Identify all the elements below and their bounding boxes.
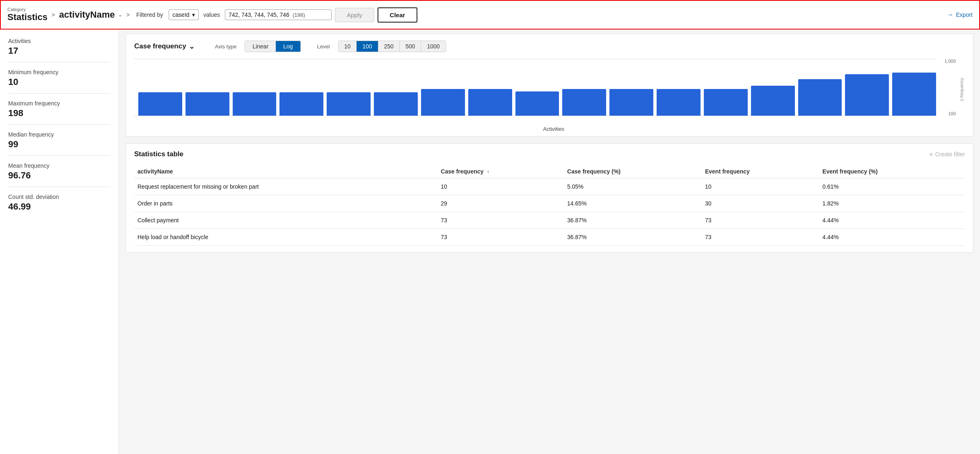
level-btn-10[interactable]: 10: [339, 41, 357, 52]
axis-type-buttons: Linear Log: [245, 41, 300, 52]
activity-name-breadcrumb[interactable]: activityName: [59, 9, 115, 20]
chart-bar: [185, 92, 229, 116]
col-activity-name[interactable]: activityName: [134, 165, 441, 178]
sort-arrow-case-freq: ↑: [487, 169, 489, 175]
cell-event-freq-pct: 0.61%: [822, 178, 965, 195]
filter-dropdown-icon: ▾: [192, 11, 195, 18]
level-btn-250[interactable]: 250: [378, 41, 400, 52]
stat-activities-label: Activities: [8, 38, 110, 44]
chart-header: Case frequency ⌄ Axis type Linear Log Le…: [134, 41, 965, 52]
content-area: Case frequency ⌄ Axis type Linear Log Le…: [119, 30, 980, 454]
filter-count: (198): [293, 12, 305, 18]
export-arrow-icon: →: [947, 11, 954, 18]
stats-table: activityName Case frequency ↑ Case frequ…: [134, 165, 965, 246]
col-event-freq[interactable]: Event frequency: [705, 165, 822, 178]
stat-median-freq: Median frequency 99: [8, 131, 110, 156]
export-section: → Export: [947, 11, 973, 18]
stat-std-dev: Count std. deviation 46.99: [8, 194, 110, 218]
filter-values-text: 742, 743, 744, 745, 746: [229, 11, 289, 18]
stat-std-dev-value: 46.99: [8, 201, 110, 212]
chart-bar: [279, 92, 323, 116]
chart-title: Case frequency ⌄: [134, 42, 195, 51]
chart-title-text: Case frequency: [134, 42, 186, 50]
cell-case-freq: 29: [441, 195, 567, 212]
create-filter-button[interactable]: ≡ Create filter: [929, 151, 965, 157]
col-case-freq[interactable]: Case frequency ↑: [441, 165, 567, 178]
col-event-freq-pct[interactable]: Event frequency (%): [822, 165, 965, 178]
cell-activity: Collect payment: [134, 212, 441, 229]
chart-bar: [704, 89, 748, 116]
filtered-by-label: Filtered by: [136, 11, 163, 18]
clear-button[interactable]: Clear: [378, 7, 418, 23]
cell-event-freq: 73: [705, 229, 822, 246]
activity-chevron-icon[interactable]: ⌄: [118, 12, 122, 18]
table-row: Help load or handoff bicycle 73 36.87% 7…: [134, 229, 965, 246]
stat-activities: Activities 17: [8, 38, 110, 62]
y-axis-title: ≥ frequency: [959, 63, 964, 116]
chart-bar: [845, 74, 889, 116]
values-label: values: [204, 11, 220, 18]
level-buttons: 10 100 250 500 1000: [338, 41, 446, 52]
col-case-freq-pct[interactable]: Case frequency (%): [567, 165, 705, 178]
cell-activity: Request replacement for missing or broke…: [134, 178, 441, 195]
table-header-row: Statistics table ≡ Create filter: [134, 150, 965, 158]
stat-max-freq: Maximum frequency 198: [8, 100, 110, 125]
cell-event-freq: 30: [705, 195, 822, 212]
chart-bar: [327, 92, 371, 116]
filter-field-dropdown[interactable]: caseId ▾: [169, 9, 198, 20]
chart-bar: [609, 89, 653, 116]
chart-title-chevron[interactable]: ⌄: [189, 42, 195, 51]
cell-case-freq: 10: [441, 178, 567, 195]
x-axis-label: Activities: [134, 126, 965, 132]
chart-bar: [892, 73, 936, 116]
stat-max-freq-label: Maximum frequency: [8, 100, 110, 107]
table-row: Order in parts 29 14.65% 30 1.82%: [134, 195, 965, 212]
chart-bar: [374, 92, 418, 116]
stat-mean-freq-value: 96.76: [8, 170, 110, 181]
chart-bar: [798, 79, 842, 116]
apply-button[interactable]: Apply: [335, 8, 374, 22]
stat-std-dev-label: Count std. deviation: [8, 194, 110, 200]
stat-min-freq-value: 10: [8, 77, 110, 87]
breadcrumb: Category Statistics: [7, 7, 48, 23]
cell-case-freq-pct: 36.87%: [567, 212, 705, 229]
chart-bar: [515, 91, 559, 116]
chart-bar: [562, 89, 606, 116]
level-btn-1000[interactable]: 1000: [421, 41, 445, 52]
breadcrumb-arrow-1: >: [52, 11, 55, 18]
level-label: Level: [317, 43, 330, 50]
axis-btn-log[interactable]: Log: [276, 41, 300, 52]
cell-event-freq-pct: 1.82%: [822, 195, 965, 212]
filter-values-input[interactable]: 742, 743, 744, 745, 746 (198): [225, 9, 332, 20]
cell-case-freq-pct: 5.05%: [567, 178, 705, 195]
grid-line-bottom: [134, 116, 936, 116]
stat-median-freq-label: Median frequency: [8, 131, 110, 138]
chart-bar: [657, 89, 701, 116]
axis-btn-linear[interactable]: Linear: [245, 41, 276, 52]
grid-line-top: [134, 59, 936, 59]
cell-event-freq-pct: 4.44%: [822, 229, 965, 246]
level-btn-500[interactable]: 500: [400, 41, 421, 52]
cell-case-freq: 73: [441, 229, 567, 246]
stat-median-freq-value: 99: [8, 139, 110, 150]
chart-panel: Case frequency ⌄ Axis type Linear Log Le…: [126, 34, 973, 137]
cell-case-freq-pct: 14.65%: [567, 195, 705, 212]
chart-area: 1,000 100 ≥ frequency: [134, 59, 965, 124]
chart-bar: [468, 89, 512, 116]
cell-event-freq: 73: [705, 212, 822, 229]
chart-bar: [138, 92, 182, 116]
table-row: Collect payment 73 36.87% 73 4.44%: [134, 212, 965, 229]
stat-min-freq: Minimum frequency 10: [8, 69, 110, 94]
category-label: Category: [7, 7, 48, 12]
create-filter-icon: ≡: [929, 151, 932, 157]
stat-min-freq-label: Minimum frequency: [8, 69, 110, 75]
create-filter-label: Create filter: [935, 151, 965, 157]
filter-field-value: caseId: [172, 11, 189, 18]
stat-activities-value: 17: [8, 46, 110, 56]
stat-max-freq-value: 198: [8, 108, 110, 119]
cell-case-freq: 73: [441, 212, 567, 229]
y-axis-top: 1,000: [944, 59, 956, 64]
export-label[interactable]: Export: [956, 11, 973, 18]
cell-event-freq-pct: 4.44%: [822, 212, 965, 229]
level-btn-100[interactable]: 100: [357, 41, 378, 52]
